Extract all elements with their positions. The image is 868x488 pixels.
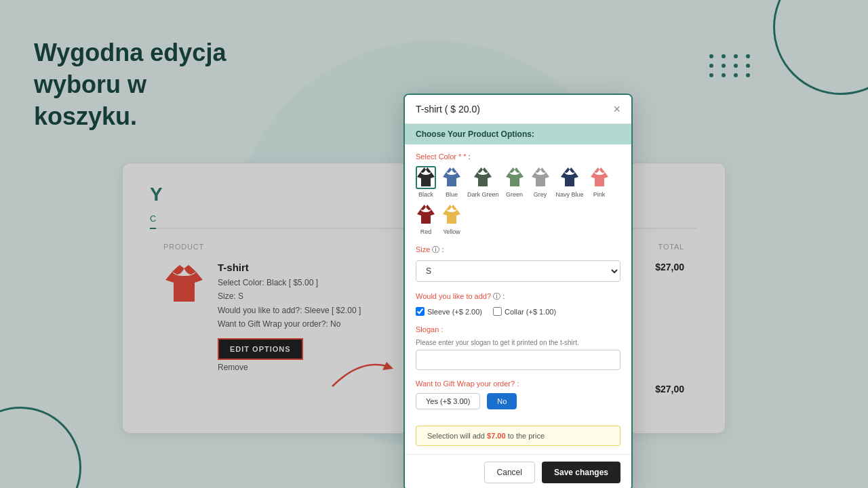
color-field-label: Select Color * * : (416, 152, 620, 161)
color-option-grey[interactable]: Grey (530, 166, 551, 198)
color-option-yellow[interactable]: Yellow (441, 203, 462, 235)
section-header: Choose Your Product Options: (405, 124, 631, 144)
collar-label: Collar (+$ 1.00) (505, 308, 556, 316)
size-select[interactable]: S M L XL XXL (416, 260, 620, 282)
sleeve-label: Sleeve (+$ 2.00) (427, 308, 482, 316)
modal-content: Select Color * * : Black Blue (405, 144, 631, 426)
modal-title: T-shirt ( $ 20.0) (416, 104, 480, 115)
slogan-field-label: Slogan : (416, 325, 620, 333)
checkbox-collar[interactable]: Collar (+$ 1.00) (493, 307, 556, 316)
color-option-red[interactable]: Red (416, 203, 436, 235)
checkbox-sleeve[interactable]: Sleeve (+$ 2.00) (416, 307, 482, 316)
checkbox-options: Sleeve (+$ 2.00) Collar (+$ 1.00) (416, 307, 620, 316)
save-changes-button[interactable]: Save changes (542, 462, 620, 483)
color-name-black: Black (418, 191, 433, 198)
color-option-green[interactable]: Green (505, 166, 525, 198)
color-name-grey: Grey (534, 191, 547, 198)
product-options-modal: T-shirt ( $ 20.0) × Choose Your Product … (403, 94, 633, 488)
color-name-pink: Pink (593, 191, 606, 198)
info-banner: Selection will add $7.00 to the price (416, 426, 620, 446)
giftwrap-field-label: Want to Gift Wrap your order? : (416, 380, 620, 388)
color-option-black[interactable]: Black (416, 166, 436, 198)
color-option-pink[interactable]: Pink (589, 166, 610, 198)
slogan-input[interactable] (416, 350, 620, 370)
size-row: Size ⓘ : S M L XL XXL (416, 245, 620, 282)
color-name-yellow: Yellow (443, 228, 460, 235)
giftwrap-options: Yes (+$ 3.00) No (416, 393, 620, 409)
add-field-label: Would you like to add? ⓘ : (416, 291, 620, 302)
color-name-navyblue: Navy Blue (556, 191, 584, 198)
cancel-button[interactable]: Cancel (484, 462, 535, 483)
checkbox-sleeve-input[interactable] (416, 307, 425, 316)
slogan-row: Slogan : Please enter your slogan to get… (416, 325, 620, 370)
add-options-row: Would you like to add? ⓘ : Sleeve (+$ 2.… (416, 291, 620, 316)
color-name-green: Green (506, 191, 523, 198)
size-field-label: Size ⓘ : (416, 245, 620, 255)
color-name-blue: Blue (446, 191, 458, 198)
modal-body: Choose Your Product Options: Select Colo… (405, 124, 631, 446)
giftwrap-no-button[interactable]: No (487, 393, 517, 409)
modal-close-button[interactable]: × (613, 103, 620, 115)
giftwrap-yes-button[interactable]: Yes (+$ 3.00) (416, 393, 480, 409)
color-options: Black Blue Dark Green (416, 166, 620, 235)
modal-header: T-shirt ( $ 20.0) × (405, 95, 631, 124)
checkbox-collar-input[interactable] (493, 307, 502, 316)
add-label-text: Would you like to add? (416, 292, 491, 300)
color-option-darkgreen[interactable]: Dark Green (467, 166, 499, 198)
color-option-blue[interactable]: Blue (441, 166, 462, 198)
color-name-red: Red (420, 228, 432, 235)
slogan-label-text: Slogan : (416, 325, 443, 333)
size-label-text: Size (416, 245, 430, 253)
color-label-text: Select Color * (416, 152, 461, 161)
giftwrap-row: Want to Gift Wrap your order? : Yes (+$ … (416, 380, 620, 409)
slogan-hint: Please enter your slogan to get it print… (416, 339, 620, 346)
color-name-darkgreen: Dark Green (467, 191, 499, 198)
modal-footer: Cancel Save changes (405, 454, 631, 488)
color-option-navyblue[interactable]: Navy Blue (556, 166, 584, 198)
info-price: $7.00 (487, 432, 506, 440)
giftwrap-label-text: Want to Gift Wrap your order? : (416, 380, 519, 388)
